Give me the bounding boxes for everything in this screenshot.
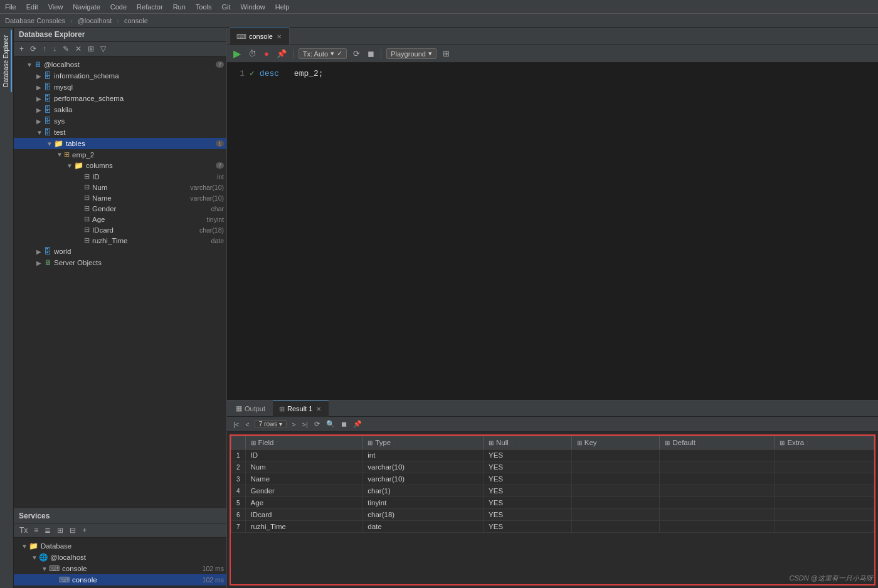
tree-col-num[interactable]: ▶ ⊟ Num varchar(10) [14, 182, 226, 192]
cell-null-4: YES [484, 485, 572, 497]
editor-area[interactable]: 1 ✓ desc emp_2; [227, 63, 878, 400]
down-button[interactable]: ↓ [51, 44, 58, 54]
services-btn2[interactable]: ≣ [43, 525, 53, 535]
menu-refactor[interactable]: Refactor [137, 3, 163, 11]
result1-label: Result 1 [287, 405, 312, 412]
services-btn1[interactable]: ≡ [32, 525, 40, 535]
run-button[interactable]: ▶ [232, 48, 242, 60]
breadcrumb-db-consoles[interactable]: Database Consoles [5, 17, 65, 24]
menu-run[interactable]: Run [173, 3, 186, 11]
up-button[interactable]: ↑ [41, 44, 48, 54]
services-console-parent-icon: ⌨ [49, 564, 60, 573]
results-last-btn[interactable]: >| [301, 421, 309, 428]
refresh-button[interactable]: ⟳ [28, 44, 38, 54]
tree-server-objects[interactable]: ▶ 🖥 Server Objects [14, 257, 226, 268]
tree-mysql[interactable]: ▶ 🗄 mysql [14, 81, 226, 93]
tree-information-schema[interactable]: ▶ 🗄 information_schema [14, 70, 226, 81]
column-icon-name: ⊟ [84, 194, 90, 202]
results-search-btn[interactable]: 🔍 [325, 420, 336, 428]
services-tx-btn[interactable]: Tx [18, 525, 29, 535]
menu-git[interactable]: Git [222, 3, 231, 11]
tree-col-age[interactable]: ▶ ⊟ Age tinyint [14, 214, 226, 224]
services-tree-localhost[interactable]: ▼ 🌐 @localhost [14, 552, 226, 563]
menu-window[interactable]: Window [241, 3, 265, 11]
services-tree-console-child[interactable]: ▶ ⌨ console 102 ms [14, 574, 226, 585]
tree-localhost[interactable]: ▼ 🖥 @localhost 7 [14, 59, 226, 70]
playground-dropdown[interactable]: Playground ▾ [386, 48, 436, 59]
tree-col-name[interactable]: ▶ ⊟ Name varchar(10) [14, 192, 226, 203]
menu-tools[interactable]: Tools [196, 3, 212, 11]
results-prev-btn[interactable]: < [244, 421, 250, 428]
editor-toolbar: ▶ ⏱ ● 📌 Tx: Auto ▾ ✓ ⟳ ◼ Playground ▾ ⊞ [227, 45, 878, 63]
tx-mode-dropdown[interactable]: Tx: Auto ▾ ✓ [299, 48, 347, 59]
col-header-key[interactable]: ⊞ Key : [571, 436, 660, 449]
col-header-null[interactable]: ⊞ Null : [484, 436, 572, 449]
col-header-extra[interactable]: ⊞ Extra : [775, 436, 874, 449]
tree-tables[interactable]: ▼ 📁 tables 1 [14, 138, 226, 149]
col-field-label: Field [258, 439, 274, 446]
tree-columns[interactable]: ▼ 📁 columns 7 [14, 160, 226, 171]
tree-col-idcard[interactable]: ▶ ⊟ IDcard char(18) [14, 224, 226, 235]
tree-col-ruzhi[interactable]: ▶ ⊟ ruzhi_Time date [14, 235, 226, 246]
results-first-btn[interactable]: |< [232, 421, 240, 428]
vertical-tab-db-explorer[interactable]: Database Explorer [1, 30, 12, 92]
results-stop-btn[interactable]: ◼ [340, 420, 348, 428]
menu-code[interactable]: Code [110, 3, 127, 11]
table-row: 3 Name varchar(10) YES [231, 473, 874, 485]
delete-button[interactable]: ✕ [73, 44, 83, 54]
results-tab-output[interactable]: ▦ Output [230, 401, 272, 417]
filter-button[interactable]: ▽ [98, 44, 108, 54]
tree-emp2[interactable]: ▼ ⊞ emp_2 [14, 149, 226, 160]
services-add-btn[interactable]: + [80, 525, 88, 535]
menu-edit[interactable]: Edit [26, 3, 38, 11]
row-num-1: 1 [231, 449, 246, 461]
rollback-button[interactable]: ⟳ [352, 49, 361, 58]
menu-navigate[interactable]: Navigate [73, 3, 100, 11]
cell-null-1: YES [484, 449, 572, 461]
menu-bar: File Edit View Navigate Code Refactor Ru… [0, 0, 878, 14]
tree-sys[interactable]: ▶ 🗄 sys [14, 115, 226, 127]
vertical-tab-strip: Database Explorer [0, 28, 14, 588]
stop-button[interactable]: ◼ [366, 49, 376, 58]
menu-view[interactable]: View [48, 3, 63, 11]
cell-type-6: char(18) [362, 509, 484, 521]
tree-world[interactable]: ▶ 🗄 world [14, 246, 226, 257]
col-header-default[interactable]: ⊞ Default : [660, 436, 775, 449]
tree-col-id[interactable]: ▶ ⊟ ID int [14, 171, 226, 182]
col-header-type[interactable]: ⊞ Type : [362, 436, 484, 449]
services-tree-database[interactable]: ▼ 📁 Database [14, 540, 226, 552]
results-tabs: ▦ Output ⊞ Result 1 ✕ [227, 401, 878, 417]
menu-help[interactable]: Help [275, 3, 290, 11]
schedule-button[interactable]: ⏱ [247, 49, 258, 58]
schema-button[interactable]: ⊞ [86, 44, 96, 54]
edit-button[interactable]: ✎ [61, 44, 71, 54]
add-button[interactable]: + [18, 44, 26, 54]
console-tab-close[interactable]: ✕ [275, 33, 283, 40]
col-header-field[interactable]: ⊞ Field : [245, 436, 362, 449]
editor-tab-console[interactable]: ⌨ console ✕ [230, 28, 290, 45]
results-refresh-btn[interactable]: ⟳ [313, 420, 321, 428]
pin-button[interactable]: 📌 [275, 49, 288, 58]
db-icon-world: 🗄 [44, 247, 51, 256]
cell-key-4 [571, 485, 660, 497]
results-next-btn[interactable]: > [290, 421, 297, 428]
services-tree-console-parent[interactable]: ▼ ⌨ console 102 ms [14, 563, 226, 574]
menu-file[interactable]: File [5, 3, 16, 11]
results-toolbar: |< < 7 rows ▾ > >| ⟳ 🔍 ◼ 📌 [227, 417, 878, 432]
tree-sakila[interactable]: ▶ 🗄 sakila [14, 104, 226, 115]
grid-button[interactable]: ⊞ [442, 49, 451, 58]
breadcrumb-console[interactable]: console [124, 17, 148, 24]
tree-test[interactable]: ▼ 🗄 test [14, 127, 226, 138]
cell-default-7 [660, 521, 775, 533]
server-icon: 🖥 [44, 258, 51, 267]
rows-dropdown[interactable]: 7 rows ▾ [255, 420, 287, 428]
tree-col-gender[interactable]: ▶ ⊟ Gender char [14, 203, 226, 214]
result1-tab-close[interactable]: ✕ [315, 406, 322, 412]
debug-button[interactable]: ● [263, 49, 270, 58]
breadcrumb-localhost[interactable]: @localhost [78, 17, 112, 24]
results-tab-result1[interactable]: ⊞ Result 1 ✕ [273, 401, 329, 417]
services-btn4[interactable]: ⊟ [68, 525, 78, 535]
tree-performance-schema[interactable]: ▶ 🗄 performance_schema [14, 93, 226, 104]
results-pin-btn[interactable]: 📌 [352, 420, 363, 428]
services-btn3[interactable]: ⊞ [55, 525, 65, 535]
